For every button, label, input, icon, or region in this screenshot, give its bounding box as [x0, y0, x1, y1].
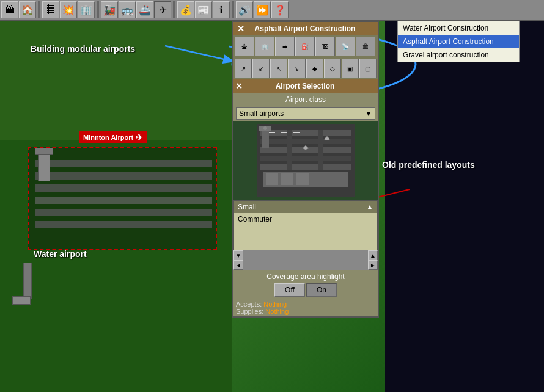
- toolbar-train[interactable]: 🚂: [101, 1, 118, 18]
- airport-grid: [28, 147, 217, 250]
- svg-point-15: [263, 126, 267, 130]
- tool-r7[interactable]: ▣: [342, 59, 359, 78]
- tool-tower[interactable]: 📡: [336, 37, 355, 56]
- scroll-right-btn[interactable]: ►: [368, 260, 378, 270]
- tool-active[interactable]: 🏛: [356, 37, 375, 56]
- airport-class-label: Airport class: [233, 93, 378, 106]
- bottom-info-section: Accepts: Nothing Supplies: Nothing: [233, 299, 378, 316]
- coverage-buttons: Off On: [236, 283, 375, 297]
- scroll-down-btn[interactable]: ▼: [233, 250, 243, 260]
- toolbar-station[interactable]: 🏢: [78, 1, 95, 18]
- tool-r2[interactable]: ↙: [252, 59, 270, 78]
- airport-selection-title: Airport Selection: [276, 82, 335, 90]
- scrollbar-h: ◄ ►: [233, 260, 378, 270]
- toolbar-speed[interactable]: ⏩: [254, 1, 271, 18]
- list-item-empty-1[interactable]: [234, 225, 377, 238]
- svg-rect-6: [260, 139, 351, 144]
- water-airport-tower: [12, 263, 43, 311]
- panel-title: Asphalt Airport Construction: [255, 24, 356, 33]
- tool-r3[interactable]: ↖: [270, 59, 287, 78]
- airport-flag-icon: ✈: [136, 132, 143, 142]
- selection-close-button[interactable]: ✕: [235, 81, 243, 91]
- dropdown-asphalt-airport[interactable]: Asphalt Airport Construction: [398, 35, 519, 48]
- tool-r6[interactable]: ◇: [324, 59, 341, 78]
- list-item-commuter[interactable]: Commuter: [234, 213, 377, 225]
- supplies-line: Supplies: Nothing: [236, 308, 375, 315]
- old-predefined-annotation: Old predefined layouts: [382, 160, 475, 170]
- svg-rect-5: [260, 130, 351, 136]
- airport-list-area: Small ▲ Commuter: [233, 200, 378, 250]
- toolbar-road[interactable]: 🛤: [42, 1, 59, 18]
- toolbar-ship[interactable]: 🚢: [136, 1, 153, 18]
- list-header: Small ▲: [234, 201, 377, 213]
- panel-close-button[interactable]: ✕: [237, 24, 244, 34]
- toolbar-demolish[interactable]: 💥: [60, 1, 77, 18]
- airport-preview-image: [257, 124, 355, 197]
- scroll-left-btn[interactable]: ◄: [233, 260, 243, 270]
- svg-rect-21: [266, 173, 278, 185]
- toolbar-help[interactable]: ❓: [271, 1, 289, 18]
- svg-rect-17: [318, 130, 323, 170]
- tool-r1[interactable]: ↗: [235, 59, 252, 78]
- tool-r4[interactable]: ↘: [288, 59, 305, 78]
- coverage-label: Coverage area highlight: [236, 272, 375, 281]
- svg-rect-16: [287, 130, 292, 170]
- scroll-track-v: [243, 250, 368, 260]
- toolbar-bus[interactable]: 🚌: [119, 1, 136, 18]
- scroll-up-btn-bottom[interactable]: ▲: [368, 250, 378, 260]
- airport-class-row: Small airports ▼: [233, 106, 378, 121]
- airport-type-dropdown: Water Airport Construction Asphalt Airpo…: [397, 21, 520, 62]
- panel-header: ✕ Asphalt Airport Construction: [233, 22, 378, 35]
- airport-label: Minnton Airport ✈: [79, 131, 147, 143]
- tool-hangar[interactable]: 🏗: [315, 37, 335, 56]
- dropdown-gravel-airport[interactable]: Gravel airport construction: [398, 48, 519, 62]
- dropdown-water-airport[interactable]: Water Airport Construction: [398, 21, 519, 35]
- airport-selection-header: ✕ Airport Selection: [233, 79, 378, 93]
- water-airport-annotation: Water airport: [34, 249, 87, 259]
- building-modular-annotation: Building modular airports: [31, 44, 135, 54]
- airport-class-select[interactable]: Small airports ▼: [236, 107, 375, 120]
- supplies-value: Nothing: [265, 308, 289, 315]
- accepts-line: Accepts: Nothing: [236, 300, 375, 308]
- list-scroll-up-icon[interactable]: ▲: [366, 203, 373, 211]
- tool-r8[interactable]: ▢: [359, 59, 377, 78]
- svg-rect-22: [281, 173, 293, 185]
- toolbar-landscape[interactable]: 🏔: [1, 1, 18, 18]
- toolbar-separator-4: [232, 1, 234, 18]
- toolbar-plane-active[interactable]: ✈: [154, 1, 171, 18]
- tool-r5[interactable]: ◆: [306, 59, 323, 78]
- panel-toolbar-row1: 🛣 🏢 ➡ ⛽ 🏗 📡 🏛: [233, 35, 378, 57]
- airport-preview-area: [233, 121, 378, 200]
- tool-taxiway[interactable]: 🛣: [235, 37, 254, 56]
- toolbar-building[interactable]: 🏠: [19, 1, 36, 18]
- svg-rect-23: [296, 173, 309, 185]
- accepts-value: Nothing: [263, 300, 287, 308]
- svg-rect-8: [260, 156, 351, 161]
- coverage-on-button[interactable]: On: [306, 283, 337, 297]
- main-construction-panel: ✕ Asphalt Airport Construction 🛣 🏢 ➡ ⛽ 🏗…: [232, 21, 379, 318]
- scroll-track-h: [243, 260, 368, 270]
- coverage-off-button[interactable]: Off: [274, 283, 305, 297]
- toolbar-finance[interactable]: 💰: [177, 1, 194, 18]
- airport-name-text: Minnton Airport: [83, 134, 133, 141]
- panel-toolbar-row2: ↗ ↙ ↖ ↘ ◆ ◇ ▣ ▢: [233, 57, 378, 79]
- toolbar-news[interactable]: 📰: [195, 1, 212, 18]
- toolbar-sound[interactable]: 🔊: [236, 1, 253, 18]
- list-item-empty-2[interactable]: [234, 238, 377, 250]
- coverage-area-section: Coverage area highlight Off On: [233, 270, 378, 299]
- horizontal-scrollbar: ▼ ▲: [233, 250, 378, 260]
- svg-rect-9: [260, 164, 351, 170]
- toolbar-info[interactable]: ℹ: [213, 1, 230, 18]
- tool-fuel[interactable]: ⛽: [295, 37, 315, 56]
- tool-runway[interactable]: ➡: [275, 37, 295, 56]
- toolbar-separator-2: [97, 1, 99, 18]
- toolbar-separator-3: [173, 1, 175, 18]
- tool-terminal[interactable]: 🏢: [255, 37, 274, 56]
- main-toolbar: 🏔 🏠 🛤 💥 🏢 🚂 🚌 🚢 ✈ 💰 📰 ℹ 🔊 ⏩ ❓: [0, 0, 544, 21]
- toolbar-separator-1: [38, 1, 40, 18]
